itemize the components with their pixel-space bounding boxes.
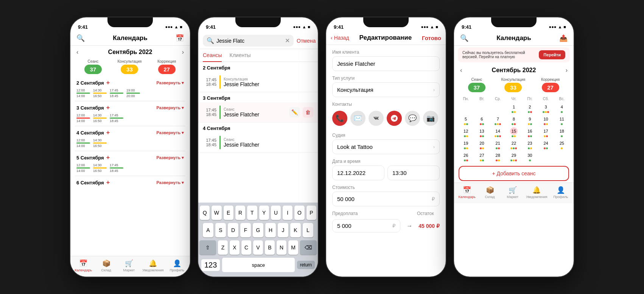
cal-day-1[interactable]: 1 — [506, 102, 522, 114]
search-input[interactable] — [216, 38, 283, 44]
key-n[interactable]: N — [277, 240, 286, 255]
calendar-icon-1[interactable]: 📅 — [176, 34, 184, 42]
cal-day-23[interactable]: 23 — [522, 139, 538, 150]
key-j[interactable]: J — [278, 223, 288, 237]
delete-session-btn[interactable]: 🗑 — [303, 107, 313, 118]
search-session-item[interactable]: 17:45 18:45 Консультация Jessie Flatcher — [198, 72, 318, 92]
cal-day-19[interactable]: 19 — [458, 139, 474, 150]
edit-session-btn[interactable]: ✏️ — [289, 107, 300, 118]
key-a[interactable]: A — [203, 223, 213, 237]
key-z[interactable]: Z — [218, 240, 228, 255]
search-cancel-btn[interactable]: Отмена — [297, 38, 316, 44]
tab-sklad-4[interactable]: 📦 Склад — [481, 186, 499, 199]
cal-day-8[interactable]: 8 — [506, 115, 522, 126]
key-b[interactable]: B — [265, 240, 275, 255]
add-session-sept2[interactable]: + — [106, 79, 110, 86]
studio-field[interactable]: Look at Tattoo › — [332, 139, 440, 154]
service-type-field[interactable]: Консультация › — [332, 82, 440, 97]
key-shift[interactable]: ⇧ — [199, 240, 216, 255]
key-m[interactable]: M — [288, 240, 298, 255]
key-o[interactable]: O — [294, 206, 304, 220]
add-session-sept6[interactable]: + — [106, 179, 110, 186]
client-name-field[interactable]: Jessie Flatcher — [332, 56, 440, 71]
contact-vk-btn[interactable] — [369, 111, 384, 126]
key-y[interactable]: Y — [259, 206, 269, 220]
contact-wa-btn[interactable]: 💬 — [405, 111, 420, 126]
cal-day-28[interactable]: 28 — [490, 151, 506, 162]
key-q[interactable]: Q — [200, 206, 210, 220]
cal-day-6[interactable]: 6 — [474, 115, 490, 126]
next-month-btn-4[interactable]: › — [566, 67, 568, 74]
search-tab-clients[interactable]: Клиенты — [229, 49, 250, 62]
prepay-field[interactable]: 5 000 ₽ — [332, 219, 400, 232]
cal-day-4[interactable]: 4 — [554, 102, 570, 114]
cal-day-7[interactable]: 7 — [490, 115, 506, 126]
search-icon-1[interactable]: 🔍 — [76, 34, 85, 42]
key-s[interactable]: S — [215, 223, 226, 237]
key-x[interactable]: X — [230, 240, 240, 255]
tab-profile-4[interactable]: 👤 Профиль — [551, 186, 570, 199]
tab-notif-1[interactable]: 🔔 Уведомления — [142, 259, 163, 272]
done-btn-3[interactable]: Готово — [422, 35, 441, 41]
cal-day-10[interactable]: 10 — [538, 115, 554, 126]
search-clear-icon[interactable]: ✕ — [285, 37, 290, 44]
key-h[interactable]: H — [265, 223, 276, 237]
cal-day-30[interactable]: 30 — [522, 151, 538, 162]
search-icon-4[interactable]: 🔍 — [460, 34, 468, 42]
search-session-item[interactable]: 17:45 18:45 Сеанс Jessie Flatcher — [198, 133, 318, 153]
key-u[interactable]: U — [271, 206, 281, 220]
tab-market-1[interactable]: 🛒 Маркет — [120, 259, 138, 272]
key-123[interactable]: 123 — [201, 259, 220, 271]
calendar-icon-4[interactable]: 📤 — [559, 34, 568, 42]
expand-sept2[interactable]: Развернуть ▾ — [157, 80, 184, 85]
contact-phone-btn[interactable]: 📞 — [332, 111, 347, 126]
add-session-sept5[interactable]: + — [106, 154, 110, 161]
prev-month-btn-4[interactable]: ‹ — [460, 67, 462, 74]
cal-day-17[interactable]: 17 — [538, 127, 554, 138]
add-session-sept3[interactable]: + — [106, 104, 110, 111]
cal-day-26[interactable]: 26 — [458, 151, 474, 162]
cal-day-25[interactable]: 25 — [554, 139, 570, 150]
next-month-btn-1[interactable]: › — [182, 49, 184, 56]
key-return[interactable]: return — [297, 261, 315, 269]
key-g[interactable]: G — [253, 223, 263, 237]
key-backspace[interactable]: ⌫ — [300, 240, 317, 255]
key-k[interactable]: K — [290, 223, 301, 237]
cal-day-21[interactable]: 21 — [490, 139, 506, 150]
cal-day-5[interactable]: 5 — [458, 115, 474, 126]
key-p[interactable]: P — [306, 206, 316, 220]
tab-calendar-4[interactable]: 📅 Календарь — [457, 186, 476, 199]
back-btn-3[interactable]: ‹ Назад — [331, 35, 349, 41]
tab-notif-4[interactable]: 🔔 Уведомления — [526, 186, 547, 199]
add-session-btn-4[interactable]: + Добавить сеанс — [459, 166, 569, 181]
cal-day-12[interactable]: 12 — [458, 127, 474, 138]
contact-tg-btn[interactable] — [387, 111, 402, 126]
key-t[interactable]: T — [247, 206, 257, 220]
contact-email-btn[interactable]: ✉️ — [350, 111, 366, 126]
cal-day-13[interactable]: 13 — [474, 127, 490, 138]
key-l[interactable]: L — [303, 223, 313, 237]
search-session-item[interactable]: 17:45 18:45 Сеанс Jessie Flatcher ✏️ 🗑 — [198, 102, 318, 122]
cal-day-15[interactable]: 15 — [506, 127, 522, 138]
expand-sept6[interactable]: Развернуть ▾ — [157, 180, 184, 185]
cal-day-22[interactable]: 22 — [506, 139, 522, 150]
banner-btn-4[interactable]: Перейти — [539, 50, 565, 59]
prev-month-btn-1[interactable]: ‹ — [76, 49, 78, 56]
cal-day-2[interactable]: 2 — [522, 102, 538, 114]
key-e[interactable]: E — [224, 206, 233, 220]
search-tab-seans[interactable]: Сеансы — [203, 49, 222, 62]
key-w[interactable]: W — [212, 206, 221, 220]
key-i[interactable]: I — [283, 206, 292, 220]
tab-calendar-1[interactable]: 📅 Календарь — [74, 259, 93, 272]
cal-day-14[interactable]: 14 — [490, 127, 506, 138]
tab-sklad-1[interactable]: 📦 Склад — [97, 259, 116, 272]
tab-market-4[interactable]: 🛒 Маркет — [503, 186, 522, 199]
cost-field[interactable]: 50 000 ₽ — [332, 192, 440, 206]
cal-day-24[interactable]: 24 — [538, 139, 554, 150]
expand-sept3[interactable]: Развернуть ▾ — [157, 105, 184, 110]
cal-day-27[interactable]: 27 — [474, 151, 490, 162]
cal-day-11[interactable]: 11 — [554, 115, 570, 126]
key-space[interactable]: space — [222, 258, 294, 272]
add-session-sept4[interactable]: + — [106, 129, 110, 136]
key-f[interactable]: F — [240, 223, 251, 237]
